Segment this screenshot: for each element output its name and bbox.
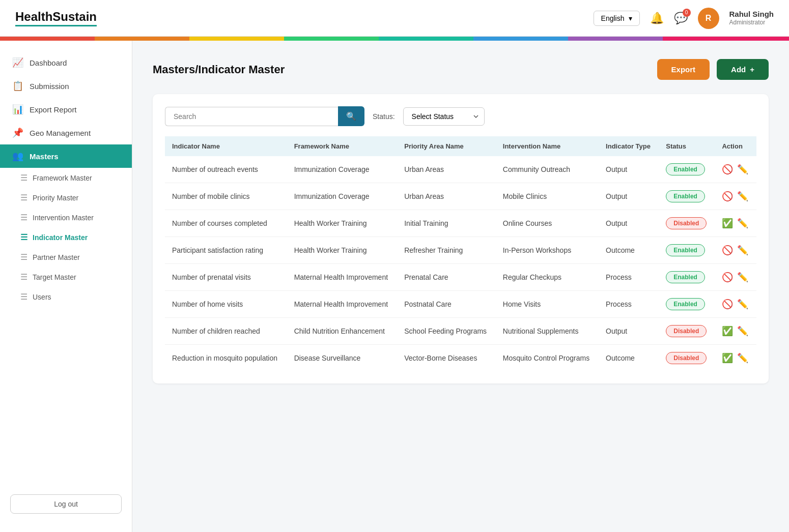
cell-indicator-name: Participant satisfaction rating: [165, 237, 287, 264]
search-icon: 🔍: [346, 112, 356, 121]
action-icons: 🚫 ✏️: [722, 299, 749, 310]
sidebar-item-partner-master[interactable]: ☰ Partner Master: [0, 247, 132, 267]
add-label: Add: [731, 65, 746, 74]
cell-type: Process: [599, 264, 659, 291]
cell-action: 🚫 ✏️: [715, 291, 756, 318]
bell-icon: 🔔: [650, 12, 664, 25]
action-icons: ✅ ✏️: [722, 352, 749, 364]
edit-icon[interactable]: ✏️: [737, 326, 748, 337]
table-row: Reduction in mosquito population Disease…: [165, 345, 756, 372]
cell-type: Output: [599, 183, 659, 210]
action-icons: 🚫 ✏️: [722, 245, 749, 256]
cell-framework-name: Disease Surveillance: [287, 345, 398, 372]
disable-icon[interactable]: 🚫: [722, 272, 733, 283]
disable-icon[interactable]: 🚫: [722, 164, 733, 175]
enable-icon[interactable]: ✅: [722, 326, 733, 337]
disable-icon[interactable]: 🚫: [722, 245, 733, 256]
cell-priority-area: Postnatal Care: [397, 291, 496, 318]
cell-intervention: Regular Checkups: [496, 264, 599, 291]
sidebar-item-target-master[interactable]: ☰ Target Master: [0, 267, 132, 287]
table-row: Number of mobile clinics Immunization Co…: [165, 183, 756, 210]
breadcrumb: Masters/Indicator Master: [153, 63, 285, 76]
enable-icon[interactable]: ✅: [722, 218, 733, 229]
dashboard-icon: 📈: [12, 57, 23, 68]
cell-intervention: Community Outreach: [496, 156, 599, 183]
cell-framework-name: Maternal Health Improvement: [287, 264, 398, 291]
cell-framework-name: Immunization Coverage: [287, 183, 398, 210]
topbar-right: English ▾ 🔔 💬 0 R Rahul Singh Administra…: [594, 8, 774, 29]
app-logo: HealthSustain: [15, 10, 97, 26]
export-report-icon: 📊: [12, 104, 23, 115]
edit-icon[interactable]: ✏️: [737, 245, 748, 256]
cell-action: ✅ ✏️: [715, 345, 756, 372]
sidebar-item-users[interactable]: ☰ Users: [0, 287, 132, 307]
chevron-down-icon: ▾: [629, 14, 632, 22]
sidebar-label-export-report: Export Report: [30, 105, 77, 114]
avatar: R: [698, 8, 719, 29]
cell-priority-area: Initial Training: [397, 210, 496, 237]
sidebar-item-dashboard[interactable]: 📈 Dashboard: [0, 51, 132, 74]
disable-icon[interactable]: 🚫: [722, 191, 733, 202]
sidebar-item-submission[interactable]: 📋 Submission: [0, 74, 132, 98]
disable-icon[interactable]: 🚫: [722, 299, 733, 310]
breadcrumb-title: Indicator Master: [198, 63, 285, 76]
sidebar-item-masters[interactable]: 👥 Masters: [0, 144, 132, 168]
cell-intervention: Mosquito Control Programs: [496, 345, 599, 372]
sidebar-item-intervention-master[interactable]: ☰ Intervention Master: [0, 208, 132, 227]
logout-button[interactable]: Log out: [10, 494, 122, 514]
table-row: Number of children reached Child Nutriti…: [165, 318, 756, 345]
sidebar-item-geo-management[interactable]: 📌 Geo Management: [0, 121, 132, 144]
search-input[interactable]: [165, 107, 338, 126]
sidebar-item-framework-master[interactable]: ☰ Framework Master: [0, 168, 132, 188]
sidebar-item-indicator-master[interactable]: ☰ Indicator Master: [0, 227, 132, 247]
enable-icon[interactable]: ✅: [722, 352, 733, 364]
export-button[interactable]: Export: [657, 59, 710, 80]
cell-status: Enabled: [659, 183, 715, 210]
indicator-table: Indicator Name Framework Name Priority A…: [165, 136, 756, 371]
col-status: Status: [659, 136, 715, 156]
edit-icon[interactable]: ✏️: [737, 299, 748, 310]
status-badge: Enabled: [666, 271, 705, 283]
cell-action: 🚫 ✏️: [715, 183, 756, 210]
cell-intervention: In-Person Workshops: [496, 237, 599, 264]
cell-status: Enabled: [659, 156, 715, 183]
cell-intervention: Home Visits: [496, 291, 599, 318]
col-indicator-type: Indicator Type: [599, 136, 659, 156]
plus-icon: +: [750, 65, 754, 74]
edit-icon[interactable]: ✏️: [737, 218, 748, 229]
submission-icon: 📋: [12, 80, 23, 92]
edit-icon[interactable]: ✏️: [737, 191, 748, 202]
masters-icon: 👥: [12, 151, 23, 162]
cell-priority-area: Refresher Training: [397, 237, 496, 264]
cell-framework-name: Health Worker Training: [287, 210, 398, 237]
add-button[interactable]: Add +: [717, 59, 769, 80]
language-button[interactable]: English ▾: [594, 11, 640, 26]
list-icon-6: ☰: [20, 272, 27, 282]
sub-label-priority-master: Priority Master: [33, 194, 78, 202]
list-icon-2: ☰: [20, 193, 27, 202]
status-select[interactable]: Select Status Enabled Disabled: [403, 107, 485, 126]
chat-icon-wrap[interactable]: 💬 0: [674, 12, 688, 25]
layout: 📈 Dashboard 📋 Submission 📊 Export Report…: [0, 41, 789, 532]
col-action: Action: [715, 136, 756, 156]
page-header: Masters/Indicator Master Export Add +: [153, 59, 769, 80]
status-badge: Enabled: [666, 163, 705, 175]
edit-icon[interactable]: ✏️: [737, 272, 748, 283]
sidebar-item-export-report[interactable]: 📊 Export Report: [0, 98, 132, 121]
action-icons: 🚫 ✏️: [722, 272, 749, 283]
cell-type: Output: [599, 318, 659, 345]
table-row: Participant satisfaction rating Health W…: [165, 237, 756, 264]
cell-indicator-name: Number of outreach events: [165, 156, 287, 183]
topbar: HealthSustain English ▾ 🔔 💬 0 R Rahul Si…: [0, 0, 789, 37]
color-stripe: [0, 37, 789, 41]
cell-priority-area: School Feeding Programs: [397, 318, 496, 345]
sidebar-item-priority-master[interactable]: ☰ Priority Master: [0, 188, 132, 208]
filter-row: 🔍 Status: Select Status Enabled Disabled: [165, 106, 756, 126]
search-button[interactable]: 🔍: [338, 106, 364, 126]
notifications-bell[interactable]: 🔔: [650, 12, 664, 25]
cell-status: Enabled: [659, 237, 715, 264]
cell-action: ✅ ✏️: [715, 318, 756, 345]
edit-icon[interactable]: ✏️: [737, 164, 748, 175]
edit-icon[interactable]: ✏️: [737, 352, 748, 364]
sub-label-framework-master: Framework Master: [33, 174, 92, 182]
